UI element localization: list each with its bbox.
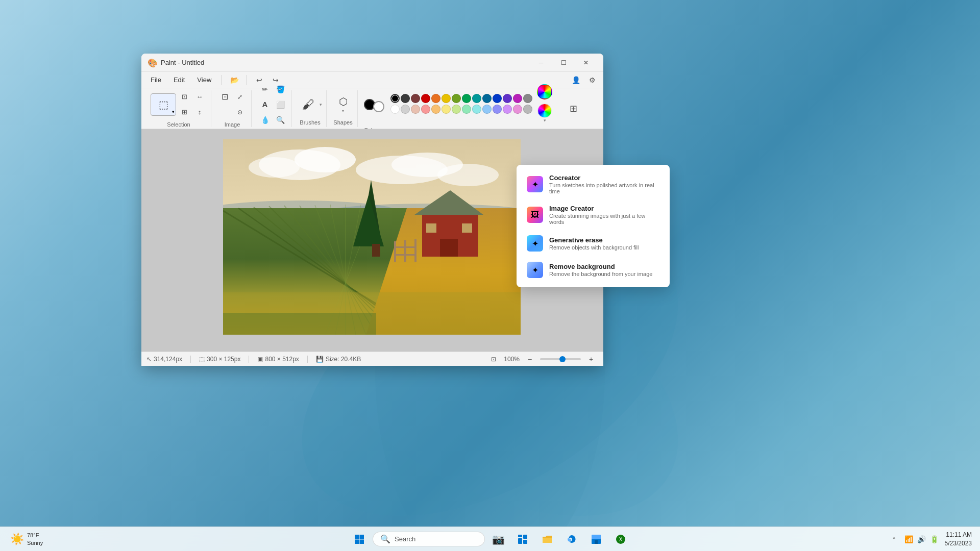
color-section: ▾ Color bbox=[360, 90, 558, 127]
selection-chevron-icon: ▾ bbox=[172, 109, 175, 114]
start-button[interactable] bbox=[348, 528, 371, 550]
canvas-image bbox=[223, 139, 521, 335]
svg-rect-45 bbox=[518, 535, 522, 537]
resize-button[interactable]: ⊡ bbox=[217, 90, 232, 104]
zoom-in-button[interactable]: + bbox=[584, 352, 598, 366]
text-button[interactable]: A bbox=[258, 97, 272, 112]
search-bar[interactable]: 🔍 Search bbox=[373, 532, 485, 546]
color-swatch-row2-6[interactable] bbox=[452, 105, 461, 114]
widgets-taskbar-button[interactable] bbox=[511, 528, 534, 550]
color-swatch-row2-8[interactable] bbox=[472, 105, 481, 114]
menu-view[interactable]: View bbox=[192, 74, 216, 86]
zoom-thumb bbox=[559, 356, 566, 362]
secondary-color[interactable] bbox=[373, 101, 384, 112]
tray-chevron-button[interactable]: ^ bbox=[887, 532, 901, 546]
close-button[interactable]: ✕ bbox=[575, 55, 597, 71]
color-swatch-row2-1[interactable] bbox=[401, 105, 410, 114]
svg-point-6 bbox=[295, 147, 356, 172]
color-swatch-row1-11[interactable] bbox=[503, 94, 512, 103]
color-swatch-row2-2[interactable] bbox=[411, 105, 420, 114]
color-swatch-row1-2[interactable] bbox=[411, 94, 420, 103]
color-swatch-row2-11[interactable] bbox=[503, 105, 512, 114]
image-creator-item[interactable]: 🖼 Image Creator Create stunning images w… bbox=[521, 199, 666, 230]
cocreator-item[interactable]: ✦ Cocreator Turn sketches into polished … bbox=[521, 169, 666, 199]
volume-icon[interactable]: 🔊 bbox=[917, 535, 926, 543]
selection-main-button[interactable]: ⬚ ▾ bbox=[151, 93, 176, 116]
color-swatch-row1-6[interactable] bbox=[452, 94, 461, 103]
zoom-out-button[interactable]: − bbox=[523, 352, 537, 366]
eraser-button[interactable]: ⬜ bbox=[273, 97, 287, 112]
settings-button[interactable]: ⚙ bbox=[585, 73, 599, 87]
color-picker-button[interactable]: 💧 bbox=[258, 113, 272, 127]
color-wheel-button[interactable] bbox=[537, 84, 552, 99]
svg-rect-33 bbox=[372, 244, 380, 257]
clock-time: 11:11 AM bbox=[945, 531, 972, 539]
windows-icon bbox=[354, 534, 364, 544]
color-swatch-row2-12[interactable] bbox=[513, 105, 522, 114]
invert-button[interactable]: ⊙ bbox=[233, 105, 247, 119]
color-swatch-row2-4[interactable] bbox=[431, 105, 440, 114]
remove-background-title: Remove background bbox=[549, 263, 652, 270]
color-swatch-row2-9[interactable] bbox=[482, 105, 492, 114]
color-swatch-row1-7[interactable] bbox=[462, 94, 471, 103]
store-taskbar-button[interactable] bbox=[585, 528, 607, 550]
file-size-text: Size: 20.4KB bbox=[326, 356, 361, 363]
color-swatch-row1-3[interactable] bbox=[421, 94, 430, 103]
layers-button[interactable]: ⊞ bbox=[564, 99, 582, 118]
color-swatch-row2-5[interactable] bbox=[442, 105, 451, 114]
color-swatch-row1-5[interactable] bbox=[442, 94, 451, 103]
remove-background-item[interactable]: ✦ Remove background Remove the backgroun… bbox=[521, 257, 666, 283]
skew-button[interactable]: ⤢ bbox=[233, 90, 247, 104]
explorer-taskbar-button[interactable] bbox=[536, 528, 558, 550]
cursor-position: ↖ 314,124px bbox=[146, 356, 182, 363]
color-swatch-row2-7[interactable] bbox=[462, 105, 471, 114]
menu-file[interactable]: File bbox=[145, 74, 166, 86]
edge-icon bbox=[567, 534, 577, 544]
fit-screen-button[interactable]: ⊡ bbox=[486, 352, 501, 366]
svg-rect-28 bbox=[440, 239, 458, 257]
shapes-main-button[interactable]: ⬡ ▾ bbox=[333, 92, 353, 117]
photos-taskbar-button[interactable]: 📷 bbox=[487, 528, 509, 550]
maximize-button[interactable]: ☐ bbox=[552, 55, 575, 71]
flip-button[interactable]: ↔ bbox=[192, 90, 207, 104]
color-swatch-row2-0[interactable] bbox=[390, 105, 400, 114]
weather-widget[interactable]: ☀️ 78°F Sunny bbox=[5, 530, 48, 548]
account-button[interactable]: 👤 bbox=[569, 73, 583, 87]
color-swatch-row1-0[interactable] bbox=[390, 94, 400, 103]
battery-icon[interactable]: 🔋 bbox=[930, 535, 939, 543]
color-swatch-row1-12[interactable] bbox=[513, 94, 522, 103]
color-swatch-row1-10[interactable] bbox=[493, 94, 502, 103]
pencil-button[interactable]: ✏ bbox=[258, 82, 272, 96]
title-bar: 🎨 Paint - Untitled ─ ☐ ✕ bbox=[141, 54, 603, 72]
color-swatch-row1-13[interactable] bbox=[523, 94, 532, 103]
clock[interactable]: 11:11 AM 5/23/2023 bbox=[942, 529, 975, 550]
fill-button[interactable]: 🪣 bbox=[273, 82, 287, 96]
svg-rect-35 bbox=[404, 240, 406, 262]
rotate-button[interactable]: ↕ bbox=[192, 105, 207, 119]
network-icon[interactable]: 📶 bbox=[904, 535, 913, 543]
window-title: Paint - Untitled bbox=[161, 59, 530, 66]
ai-dropdown-button[interactable]: ▾ bbox=[535, 102, 554, 125]
edge-taskbar-button[interactable] bbox=[560, 528, 583, 550]
color-swatch-row2-10[interactable] bbox=[493, 105, 502, 114]
minimize-button[interactable]: ─ bbox=[530, 55, 552, 71]
menu-edit[interactable]: Edit bbox=[168, 74, 190, 86]
search-text: Search bbox=[395, 535, 415, 543]
color-swatch-row1-9[interactable] bbox=[482, 94, 492, 103]
svg-rect-29 bbox=[426, 223, 436, 233]
zoom-slider[interactable] bbox=[540, 358, 581, 360]
magnifier-button[interactable]: 🔍 bbox=[273, 113, 287, 127]
brush-main-button[interactable]: 🖌 bbox=[298, 92, 318, 117]
color-swatch-row2-13[interactable] bbox=[523, 105, 532, 114]
crop-button[interactable]: ⊡ bbox=[177, 90, 191, 104]
color-swatch-row1-1[interactable] bbox=[401, 94, 410, 103]
color-swatch-row2-3[interactable] bbox=[421, 105, 430, 114]
open-file-button[interactable]: 📂 bbox=[227, 73, 241, 87]
clock-date: 5/23/2023 bbox=[945, 539, 972, 548]
generative-erase-item[interactable]: ✦ Generative erase Remove objects with b… bbox=[521, 230, 666, 257]
color-swatch-row1-4[interactable] bbox=[431, 94, 440, 103]
remove-background-text: Remove background Remove the background … bbox=[549, 263, 652, 277]
color-swatch-row1-8[interactable] bbox=[472, 94, 481, 103]
select-all-button[interactable]: ⊞ bbox=[177, 105, 191, 119]
app9-taskbar-button[interactable]: X bbox=[609, 528, 632, 550]
